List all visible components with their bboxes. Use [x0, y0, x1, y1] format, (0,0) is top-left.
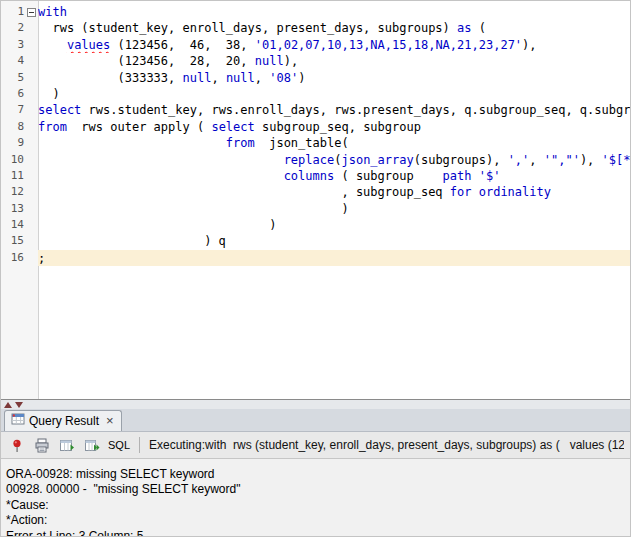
- code-line[interactable]: 10 replace(json_array(subgroups), ',', '…: [1, 152, 630, 168]
- fold-gutter-space: [24, 168, 38, 184]
- code-text: (333333, null, null, '08'): [38, 70, 630, 86]
- query-result-panel: Query Result ×: [1, 409, 630, 536]
- fetch-next-icon[interactable]: [57, 435, 77, 455]
- fold-gutter-space: [24, 217, 38, 233]
- code-text: replace(json_array(subgroups), ',', '","…: [38, 152, 630, 168]
- code-text: ): [38, 201, 630, 217]
- message-line: ORA-00928: missing SELECT keyword: [6, 467, 630, 482]
- code-text: (123456, 28, 20, null),: [38, 53, 630, 69]
- code-line[interactable]: 4 (123456, 28, 20, null),: [1, 53, 630, 69]
- line-number: 3: [1, 37, 24, 53]
- line-number: 15: [1, 233, 24, 249]
- code-editor[interactable]: 1with2 rws (student_key, enroll_days, pr…: [1, 1, 630, 399]
- printer-icon[interactable]: [32, 435, 52, 455]
- sql-worksheet-window: 1with2 rws (student_key, enroll_days, pr…: [0, 0, 631, 537]
- line-number: 1: [1, 4, 24, 20]
- code-text: with: [38, 4, 630, 20]
- fetch-all-icon[interactable]: [82, 435, 102, 455]
- code-line[interactable]: 6 ): [1, 86, 630, 102]
- code-line[interactable]: 16;: [1, 250, 630, 266]
- line-number: 16: [1, 250, 24, 266]
- line-number: 12: [1, 184, 24, 200]
- code-text: ) q: [38, 233, 630, 249]
- line-number: 11: [1, 168, 24, 184]
- code-line[interactable]: 11 columns ( subgroup path '$': [1, 168, 630, 184]
- code-line[interactable]: 14 ): [1, 217, 630, 233]
- code-text: from json_table(: [38, 135, 630, 151]
- code-line[interactable]: 8from rws outer apply ( select subgroup_…: [1, 119, 630, 135]
- message-line: *Action:: [6, 513, 630, 528]
- line-number: 13: [1, 201, 24, 217]
- fold-gutter-space: [24, 135, 38, 151]
- code-line[interactable]: 7select rws.student_key, rws.enroll_days…: [1, 102, 630, 118]
- message-line: *Cause:: [6, 498, 630, 513]
- pushpin-icon[interactable]: [7, 435, 27, 455]
- code-text: ;: [38, 250, 630, 266]
- code-line[interactable]: 13 ): [1, 201, 630, 217]
- fold-gutter-space: [24, 86, 38, 102]
- fold-gutter-space: [24, 152, 38, 168]
- fold-gutter-space: [24, 184, 38, 200]
- line-number: 14: [1, 217, 24, 233]
- message-line: 00928. 00000 - "missing SELECT keyword": [6, 482, 630, 497]
- line-number: 8: [1, 119, 24, 135]
- result-toolbar: SQL Executing:with rws (student_key, enr…: [1, 432, 630, 459]
- fold-gutter-space: [24, 102, 38, 118]
- code-text: values (123456, 46, 38, '01,02,07,10,13,…: [38, 37, 630, 53]
- line-number: 6: [1, 86, 24, 102]
- code-line[interactable]: 15 ) q: [1, 233, 630, 249]
- line-number: 5: [1, 70, 24, 86]
- sql-label: SQL: [108, 439, 130, 451]
- code-text: rws (student_key, enroll_days, present_d…: [38, 20, 630, 36]
- code-text: , subgroup_seq for ordinality: [38, 184, 630, 200]
- code-line[interactable]: 9 from json_table(: [1, 135, 630, 151]
- code-line[interactable]: 1with: [1, 4, 630, 20]
- editor-lines: 1with2 rws (student_key, enroll_days, pr…: [1, 1, 630, 266]
- tab-label: Query Result: [29, 414, 99, 428]
- code-line[interactable]: 2 rws (student_key, enroll_days, present…: [1, 20, 630, 36]
- error-message-area: ORA-00928: missing SELECT keyword00928. …: [1, 459, 630, 536]
- line-number: 2: [1, 20, 24, 36]
- code-line[interactable]: 5 (333333, null, null, '08'): [1, 70, 630, 86]
- collapse-up-icon[interactable]: [4, 402, 12, 408]
- line-number: 7: [1, 102, 24, 118]
- fold-gutter-space: [24, 201, 38, 217]
- toolbar-separator: [139, 437, 140, 453]
- line-number: 4: [1, 53, 24, 69]
- collapse-fold-icon[interactable]: [24, 4, 38, 20]
- result-tab-bar: Query Result ×: [1, 409, 630, 432]
- fold-gutter-space: [24, 70, 38, 86]
- fold-gutter-space: [24, 250, 38, 266]
- fold-gutter-space: [24, 233, 38, 249]
- fold-gutter-space: [24, 53, 38, 69]
- tab-query-result[interactable]: Query Result ×: [4, 410, 122, 431]
- line-number: 10: [1, 152, 24, 168]
- code-text: ): [38, 86, 630, 102]
- close-icon[interactable]: ×: [106, 413, 114, 428]
- code-text: select rws.student_key, rws.enroll_days,…: [38, 102, 630, 118]
- fold-gutter-space: [24, 20, 38, 36]
- fold-gutter-space: [24, 37, 38, 53]
- code-line[interactable]: 12 , subgroup_seq for ordinality: [1, 184, 630, 200]
- code-line[interactable]: 3 values (123456, 46, 38, '01,02,07,10,1…: [1, 37, 630, 53]
- line-number: 9: [1, 135, 24, 151]
- code-text: from rws outer apply ( select subgroup_s…: [38, 119, 630, 135]
- executing-status-text: Executing:with rws (student_key, enroll_…: [149, 438, 624, 452]
- code-text: ): [38, 217, 630, 233]
- code-text: columns ( subgroup path '$': [38, 168, 630, 184]
- message-line: Error at Line: 3 Column: 5: [6, 529, 630, 536]
- panel-splitter[interactable]: [1, 399, 630, 409]
- collapse-down-icon[interactable]: [15, 402, 23, 408]
- query-result-grid-icon: [11, 412, 25, 429]
- fold-gutter-space: [24, 119, 38, 135]
